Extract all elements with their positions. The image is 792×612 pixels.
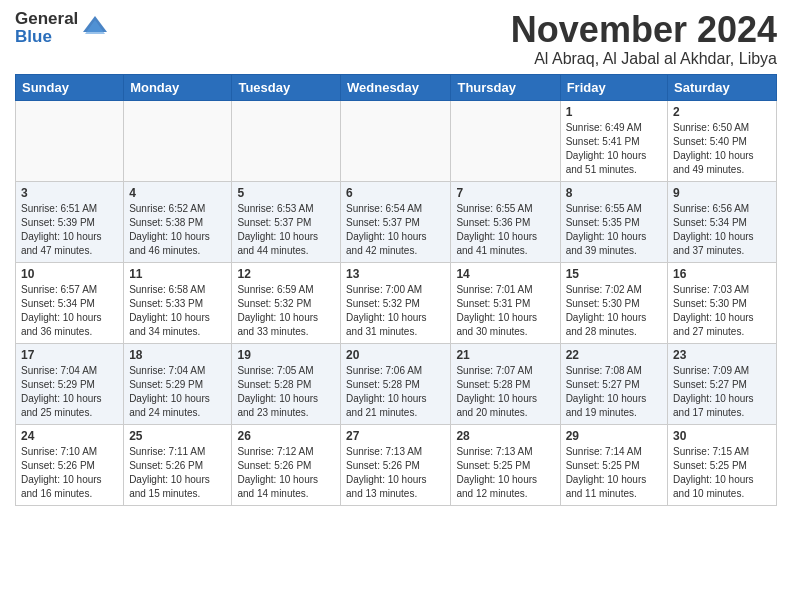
day-info: Sunrise: 7:10 AMSunset: 5:26 PMDaylight:…	[21, 445, 118, 501]
day-cell-6: 6Sunrise: 6:54 AMSunset: 5:37 PMDaylight…	[341, 181, 451, 262]
day-cell-26: 26Sunrise: 7:12 AMSunset: 5:26 PMDayligh…	[232, 424, 341, 505]
day-cell-11: 11Sunrise: 6:58 AMSunset: 5:33 PMDayligh…	[124, 262, 232, 343]
weekday-header-sunday: Sunday	[16, 74, 124, 100]
week-row-3: 10Sunrise: 6:57 AMSunset: 5:34 PMDayligh…	[16, 262, 777, 343]
day-number: 14	[456, 267, 554, 281]
day-info: Sunrise: 6:55 AMSunset: 5:36 PMDaylight:…	[456, 202, 554, 258]
day-cell-30: 30Sunrise: 7:15 AMSunset: 5:25 PMDayligh…	[668, 424, 777, 505]
day-info: Sunrise: 6:57 AMSunset: 5:34 PMDaylight:…	[21, 283, 118, 339]
day-info: Sunrise: 6:53 AMSunset: 5:37 PMDaylight:…	[237, 202, 335, 258]
day-cell-23: 23Sunrise: 7:09 AMSunset: 5:27 PMDayligh…	[668, 343, 777, 424]
day-number: 30	[673, 429, 771, 443]
logo-icon	[81, 12, 109, 40]
empty-cell	[16, 100, 124, 181]
day-number: 4	[129, 186, 226, 200]
day-cell-27: 27Sunrise: 7:13 AMSunset: 5:26 PMDayligh…	[341, 424, 451, 505]
day-cell-3: 3Sunrise: 6:51 AMSunset: 5:39 PMDaylight…	[16, 181, 124, 262]
day-info: Sunrise: 7:02 AMSunset: 5:30 PMDaylight:…	[566, 283, 662, 339]
calendar-table: SundayMondayTuesdayWednesdayThursdayFrid…	[15, 74, 777, 506]
day-cell-7: 7Sunrise: 6:55 AMSunset: 5:36 PMDaylight…	[451, 181, 560, 262]
weekday-header-monday: Monday	[124, 74, 232, 100]
weekday-header-wednesday: Wednesday	[341, 74, 451, 100]
day-number: 29	[566, 429, 662, 443]
day-number: 26	[237, 429, 335, 443]
day-info: Sunrise: 7:12 AMSunset: 5:26 PMDaylight:…	[237, 445, 335, 501]
logo: General Blue	[15, 10, 109, 46]
day-info: Sunrise: 7:04 AMSunset: 5:29 PMDaylight:…	[21, 364, 118, 420]
day-info: Sunrise: 6:49 AMSunset: 5:41 PMDaylight:…	[566, 121, 662, 177]
day-cell-9: 9Sunrise: 6:56 AMSunset: 5:34 PMDaylight…	[668, 181, 777, 262]
day-number: 11	[129, 267, 226, 281]
day-cell-15: 15Sunrise: 7:02 AMSunset: 5:30 PMDayligh…	[560, 262, 667, 343]
day-cell-5: 5Sunrise: 6:53 AMSunset: 5:37 PMDaylight…	[232, 181, 341, 262]
day-info: Sunrise: 7:13 AMSunset: 5:25 PMDaylight:…	[456, 445, 554, 501]
day-number: 28	[456, 429, 554, 443]
day-number: 18	[129, 348, 226, 362]
day-cell-4: 4Sunrise: 6:52 AMSunset: 5:38 PMDaylight…	[124, 181, 232, 262]
day-info: Sunrise: 6:55 AMSunset: 5:35 PMDaylight:…	[566, 202, 662, 258]
day-info: Sunrise: 7:07 AMSunset: 5:28 PMDaylight:…	[456, 364, 554, 420]
weekday-header-row: SundayMondayTuesdayWednesdayThursdayFrid…	[16, 74, 777, 100]
day-number: 10	[21, 267, 118, 281]
day-info: Sunrise: 6:54 AMSunset: 5:37 PMDaylight:…	[346, 202, 445, 258]
day-number: 20	[346, 348, 445, 362]
day-number: 12	[237, 267, 335, 281]
week-row-1: 1Sunrise: 6:49 AMSunset: 5:41 PMDaylight…	[16, 100, 777, 181]
weekday-header-thursday: Thursday	[451, 74, 560, 100]
day-info: Sunrise: 7:01 AMSunset: 5:31 PMDaylight:…	[456, 283, 554, 339]
day-cell-16: 16Sunrise: 7:03 AMSunset: 5:30 PMDayligh…	[668, 262, 777, 343]
week-row-4: 17Sunrise: 7:04 AMSunset: 5:29 PMDayligh…	[16, 343, 777, 424]
day-number: 22	[566, 348, 662, 362]
day-info: Sunrise: 6:50 AMSunset: 5:40 PMDaylight:…	[673, 121, 771, 177]
day-cell-10: 10Sunrise: 6:57 AMSunset: 5:34 PMDayligh…	[16, 262, 124, 343]
empty-cell	[451, 100, 560, 181]
day-cell-24: 24Sunrise: 7:10 AMSunset: 5:26 PMDayligh…	[16, 424, 124, 505]
day-info: Sunrise: 6:59 AMSunset: 5:32 PMDaylight:…	[237, 283, 335, 339]
day-info: Sunrise: 6:52 AMSunset: 5:38 PMDaylight:…	[129, 202, 226, 258]
day-cell-18: 18Sunrise: 7:04 AMSunset: 5:29 PMDayligh…	[124, 343, 232, 424]
day-number: 21	[456, 348, 554, 362]
day-cell-12: 12Sunrise: 6:59 AMSunset: 5:32 PMDayligh…	[232, 262, 341, 343]
day-info: Sunrise: 7:09 AMSunset: 5:27 PMDaylight:…	[673, 364, 771, 420]
day-number: 8	[566, 186, 662, 200]
day-cell-19: 19Sunrise: 7:05 AMSunset: 5:28 PMDayligh…	[232, 343, 341, 424]
day-info: Sunrise: 7:06 AMSunset: 5:28 PMDaylight:…	[346, 364, 445, 420]
month-title: November 2024	[511, 10, 777, 50]
day-info: Sunrise: 7:00 AMSunset: 5:32 PMDaylight:…	[346, 283, 445, 339]
weekday-header-saturday: Saturday	[668, 74, 777, 100]
day-number: 19	[237, 348, 335, 362]
day-cell-17: 17Sunrise: 7:04 AMSunset: 5:29 PMDayligh…	[16, 343, 124, 424]
day-number: 9	[673, 186, 771, 200]
day-cell-8: 8Sunrise: 6:55 AMSunset: 5:35 PMDaylight…	[560, 181, 667, 262]
day-cell-20: 20Sunrise: 7:06 AMSunset: 5:28 PMDayligh…	[341, 343, 451, 424]
day-info: Sunrise: 6:51 AMSunset: 5:39 PMDaylight:…	[21, 202, 118, 258]
day-cell-28: 28Sunrise: 7:13 AMSunset: 5:25 PMDayligh…	[451, 424, 560, 505]
day-number: 16	[673, 267, 771, 281]
day-number: 27	[346, 429, 445, 443]
day-number: 24	[21, 429, 118, 443]
day-number: 15	[566, 267, 662, 281]
day-cell-13: 13Sunrise: 7:00 AMSunset: 5:32 PMDayligh…	[341, 262, 451, 343]
day-cell-2: 2Sunrise: 6:50 AMSunset: 5:40 PMDaylight…	[668, 100, 777, 181]
day-number: 2	[673, 105, 771, 119]
day-info: Sunrise: 7:13 AMSunset: 5:26 PMDaylight:…	[346, 445, 445, 501]
day-info: Sunrise: 7:15 AMSunset: 5:25 PMDaylight:…	[673, 445, 771, 501]
day-info: Sunrise: 7:08 AMSunset: 5:27 PMDaylight:…	[566, 364, 662, 420]
day-number: 13	[346, 267, 445, 281]
weekday-header-tuesday: Tuesday	[232, 74, 341, 100]
title-area: November 2024 Al Abraq, Al Jabal al Akhd…	[511, 10, 777, 68]
day-cell-25: 25Sunrise: 7:11 AMSunset: 5:26 PMDayligh…	[124, 424, 232, 505]
day-number: 5	[237, 186, 335, 200]
weekday-header-friday: Friday	[560, 74, 667, 100]
day-info: Sunrise: 7:14 AMSunset: 5:25 PMDaylight:…	[566, 445, 662, 501]
day-info: Sunrise: 7:04 AMSunset: 5:29 PMDaylight:…	[129, 364, 226, 420]
day-number: 25	[129, 429, 226, 443]
day-number: 17	[21, 348, 118, 362]
day-info: Sunrise: 7:03 AMSunset: 5:30 PMDaylight:…	[673, 283, 771, 339]
location-title: Al Abraq, Al Jabal al Akhdar, Libya	[511, 50, 777, 68]
week-row-2: 3Sunrise: 6:51 AMSunset: 5:39 PMDaylight…	[16, 181, 777, 262]
day-info: Sunrise: 6:58 AMSunset: 5:33 PMDaylight:…	[129, 283, 226, 339]
empty-cell	[232, 100, 341, 181]
day-cell-29: 29Sunrise: 7:14 AMSunset: 5:25 PMDayligh…	[560, 424, 667, 505]
day-cell-14: 14Sunrise: 7:01 AMSunset: 5:31 PMDayligh…	[451, 262, 560, 343]
